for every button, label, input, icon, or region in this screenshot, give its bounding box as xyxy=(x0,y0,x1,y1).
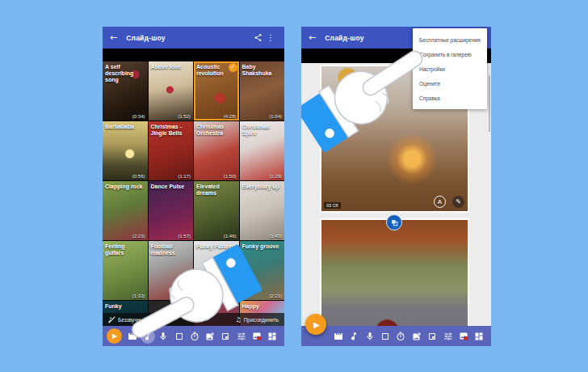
letter-A-button[interactable]: A xyxy=(434,196,446,208)
music-duration: (0:56) xyxy=(132,174,145,179)
share-icon[interactable] xyxy=(251,33,264,42)
music-title: Baby Shakshuka xyxy=(240,61,285,77)
music-title: Barbababa xyxy=(103,121,148,130)
music-title: Elevated dreams xyxy=(194,181,239,197)
page-title: Слайд-шоу xyxy=(126,34,165,42)
transition-button[interactable] xyxy=(386,214,402,230)
muted-note-icon: ♪ xyxy=(108,316,116,323)
slide-photo-bumper-cars[interactable] xyxy=(320,218,469,326)
music-title: Clapping rock xyxy=(103,181,148,190)
music-title: Christmas Orchestra xyxy=(194,121,239,137)
music-tile[interactable]: Baby Shakshuka(1:04) xyxy=(240,61,285,120)
transitions-icon[interactable] xyxy=(233,326,249,346)
music-note-icon[interactable] xyxy=(346,326,361,346)
menu-item-free-extensions[interactable]: Бесплатные расширения xyxy=(413,32,487,47)
play-button[interactable]: ▶ xyxy=(107,328,122,344)
music-tile-selected[interactable]: Acoustic revolution(4:28)✓ xyxy=(194,61,239,120)
music-title: Feeling guitars xyxy=(103,241,148,256)
edit-pencil-button[interactable]: ✎ xyxy=(452,196,464,208)
inset-square-icon[interactable] xyxy=(424,326,439,346)
music-duration: (1:43) xyxy=(269,234,282,239)
back-arrow-icon[interactable]: ← xyxy=(309,32,316,43)
music-duration: (2:23) xyxy=(132,234,145,239)
music-tile[interactable]: Dance Pulse(1:57) xyxy=(149,181,194,240)
music-duration: (4:28) xyxy=(224,114,237,119)
music-tile[interactable]: Christmas Spirit(1:29) xyxy=(240,121,285,180)
photo-record-icon[interactable] xyxy=(456,326,471,346)
timer-icon[interactable] xyxy=(393,326,409,346)
layout-grid-icon[interactable] xyxy=(472,326,487,346)
movie-icon[interactable] xyxy=(330,326,346,346)
music-title: Everybody up xyxy=(240,181,285,190)
transition-icon xyxy=(391,219,398,226)
music-title: Christmas - Jingle Bells xyxy=(149,121,194,137)
music-duration: (0:34) xyxy=(132,114,145,119)
layout-grid-icon[interactable] xyxy=(265,326,280,346)
back-arrow-icon[interactable]: ← xyxy=(110,32,117,43)
music-tile[interactable]: A self describing song(0:34) xyxy=(103,61,148,120)
check-badge-icon: ✓ xyxy=(229,63,237,72)
music-tile[interactable]: Barbababa(0:56) xyxy=(103,121,148,180)
play-fab-button[interactable]: ▶ xyxy=(305,314,326,335)
music-title: A self describing song xyxy=(103,61,148,83)
photo-date-caption: 03 Сб xyxy=(324,202,341,209)
music-duration: (1:50) xyxy=(224,174,237,179)
editor-toolbar xyxy=(301,326,491,346)
music-tile[interactable]: Above love(1:52) xyxy=(149,61,194,120)
music-duration: (1:29) xyxy=(269,174,282,179)
app-bar: ← Слайд-шоу ⋮ xyxy=(103,27,284,49)
music-title: Christmas Spirit xyxy=(240,121,285,137)
add-photo-icon[interactable] xyxy=(409,326,424,346)
left-phone-screenshot: ← Слайд-шоу ⋮ A self describing song(0:3… xyxy=(103,27,284,346)
music-title: Dance Pulse xyxy=(149,181,194,190)
music-duration: (1:52) xyxy=(178,114,191,119)
crop-square-icon[interactable] xyxy=(377,326,393,346)
microphone-icon[interactable] xyxy=(362,326,377,346)
music-duration: (1:17) xyxy=(178,174,191,179)
page-title: Слайд-шоу xyxy=(325,34,363,42)
music-title: Football madness xyxy=(149,241,194,256)
music-tile[interactable]: Everybody up(1:43) xyxy=(240,181,285,240)
overflow-menu-icon[interactable]: ⋮ xyxy=(264,33,277,42)
music-tile[interactable]: Clapping rock(2:23) xyxy=(103,181,148,240)
photo-record-icon[interactable] xyxy=(249,326,264,346)
music-tile[interactable]: Christmas - Jingle Bells(1:17) xyxy=(149,121,194,180)
music-tile[interactable]: Christmas Orchestra(1:50) xyxy=(194,121,239,180)
right-phone-screenshot: ← Слайд-шоу ⋮ 03 Сб A ✎ ▶ Бесплатн xyxy=(301,27,491,346)
music-duration: (1:57) xyxy=(178,234,191,239)
music-duration: (1:04) xyxy=(269,114,282,119)
letterbox-strip xyxy=(103,49,284,61)
transitions-icon[interactable] xyxy=(440,326,456,346)
scrollbar[interactable] xyxy=(489,75,490,132)
music-title: Above love xyxy=(149,61,194,70)
